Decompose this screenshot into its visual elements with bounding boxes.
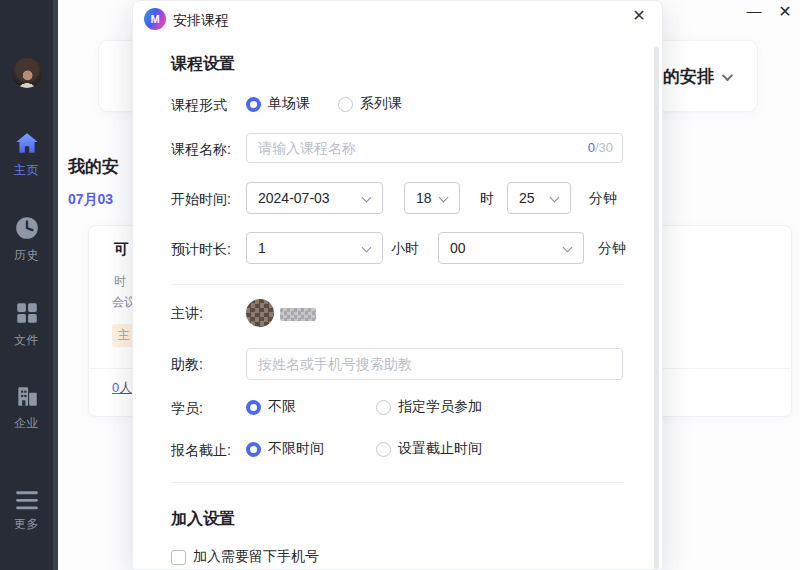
section-divider xyxy=(171,284,625,285)
page-title: 我的安 xyxy=(68,155,119,178)
chevron-down-icon xyxy=(722,69,733,80)
window-minimize-button[interactable]: — xyxy=(742,0,766,24)
radio-label: 设置截止时间 xyxy=(398,440,482,458)
sidebar-item-label: 文件 xyxy=(14,333,39,347)
chevron-down-icon xyxy=(563,243,573,253)
sidebar-item-more[interactable]: 更多 xyxy=(0,490,53,533)
duration-hours-value: 1 xyxy=(258,240,266,256)
radio-label: 系列课 xyxy=(360,95,402,113)
sidebar-item-label: 企业 xyxy=(14,416,39,430)
checkbox-unchecked-icon xyxy=(171,550,186,565)
section-divider xyxy=(171,482,625,483)
enrolled-count: 0人 xyxy=(112,379,132,397)
join-phone-checkbox-row[interactable]: 加入需要留下手机号 xyxy=(171,548,319,566)
course-type-label: 课程形式 xyxy=(171,97,227,115)
schedule-dropdown-label: 的安排 xyxy=(663,65,714,88)
chevron-down-icon xyxy=(550,193,560,203)
radio-deadline-unlimited[interactable]: 不限时间 xyxy=(246,440,324,458)
start-time-label: 开始时间: xyxy=(171,191,231,209)
course-name-label: 课程名称: xyxy=(171,141,231,159)
sidebar-item-history[interactable]: 历史 xyxy=(0,215,53,264)
chevron-down-icon xyxy=(362,243,372,253)
section-course-settings: 课程设置 xyxy=(171,54,235,75)
sidebar: 主页 历史 文件 xyxy=(0,0,58,570)
schedule-course-modal: M 安排课程 ✕ 课程设置 课程形式 单场课 系列课 课程名称: 0/30 开始… xyxy=(132,0,663,570)
radio-selected-icon xyxy=(246,97,261,112)
duration-label: 预计时长: xyxy=(171,241,231,259)
lesson-card-title: 可 xyxy=(114,240,129,259)
radio-unselected-icon xyxy=(338,97,353,112)
start-date-value: 2024-07-03 xyxy=(258,190,330,206)
radio-label: 不限 xyxy=(268,398,296,416)
app-logo-icon: M xyxy=(144,8,166,30)
char-count-current: 0 xyxy=(588,140,595,155)
user-avatar[interactable] xyxy=(12,58,42,88)
duration-minutes-value: 00 xyxy=(450,240,466,256)
sidebar-item-label: 更多 xyxy=(14,517,39,531)
radio-unselected-icon xyxy=(376,400,391,415)
chevron-down-icon xyxy=(439,193,449,203)
deadline-label: 报名截止: xyxy=(171,442,231,460)
radio-unselected-icon xyxy=(376,442,391,457)
radio-label: 指定学员参加 xyxy=(398,398,482,416)
assistant-field-wrap xyxy=(246,348,623,380)
char-counter: 0/30 xyxy=(588,140,613,155)
radio-label: 单场课 xyxy=(268,95,310,113)
teacher-avatar[interactable] xyxy=(246,299,274,327)
history-icon xyxy=(14,215,40,241)
radio-selected-icon xyxy=(246,442,261,457)
assistant-label: 助教: xyxy=(171,356,203,374)
checkbox-label: 加入需要留下手机号 xyxy=(193,548,319,566)
sidebar-item-label: 历史 xyxy=(14,248,39,262)
sidebar-item-label: 主页 xyxy=(14,163,39,177)
start-hour-value: 18 xyxy=(416,190,432,206)
course-name-field-wrap: 0/30 xyxy=(246,133,623,163)
char-count-max: /30 xyxy=(595,140,613,155)
modal-scrollbar[interactable] xyxy=(654,47,659,569)
radio-deadline-set[interactable]: 设置截止时间 xyxy=(376,440,482,458)
minute-unit-label: 分钟 xyxy=(589,190,617,208)
start-hour-select[interactable]: 18 xyxy=(404,182,460,214)
enterprise-icon xyxy=(14,383,40,409)
course-name-input[interactable] xyxy=(246,133,623,163)
schedule-dropdown[interactable]: 的安排 xyxy=(663,65,730,88)
app-window: — ✕ 的安排 我的安 07月03 可 时 会议 主 0人 xyxy=(0,0,800,570)
radio-students-unlimited[interactable]: 不限 xyxy=(246,398,296,416)
window-close-button[interactable]: ✕ xyxy=(772,0,798,24)
duration-hours-select[interactable]: 1 xyxy=(246,232,383,264)
teacher-name-redacted xyxy=(280,308,316,321)
radio-label: 不限时间 xyxy=(268,440,324,458)
more-menu-icon xyxy=(14,490,40,510)
date-label: 07月03 xyxy=(68,191,113,209)
duration-minutes-select[interactable]: 00 xyxy=(438,232,584,264)
radio-students-specified[interactable]: 指定学员参加 xyxy=(376,398,482,416)
sidebar-item-enterprise[interactable]: 企业 xyxy=(0,383,53,432)
chevron-down-icon xyxy=(362,193,372,203)
hour-unit-label: 时 xyxy=(480,190,494,208)
start-minute-value: 25 xyxy=(519,190,535,206)
sidebar-item-home[interactable]: 主页 xyxy=(0,130,53,179)
modal-close-icon[interactable]: ✕ xyxy=(628,5,650,27)
section-join-settings: 加入设置 xyxy=(171,509,235,530)
assistant-search-input[interactable] xyxy=(246,348,623,380)
radio-series-course[interactable]: 系列课 xyxy=(338,95,402,113)
start-minute-select[interactable]: 25 xyxy=(507,182,571,214)
radio-selected-icon xyxy=(246,400,261,415)
modal-title: 安排课程 xyxy=(173,12,229,30)
duration-hours-unit: 小时 xyxy=(391,240,419,258)
sidebar-item-files[interactable]: 文件 xyxy=(0,300,53,349)
lesson-card-time: 时 xyxy=(114,273,126,290)
teacher-label: 主讲: xyxy=(171,305,203,323)
duration-minutes-unit: 分钟 xyxy=(598,240,626,258)
start-date-select[interactable]: 2024-07-03 xyxy=(246,182,383,214)
enrolled-count-suffix: 人 xyxy=(119,380,132,395)
home-icon xyxy=(14,130,40,156)
radio-single-course[interactable]: 单场课 xyxy=(246,95,310,113)
students-label: 学员: xyxy=(171,400,203,418)
files-icon xyxy=(14,300,40,326)
